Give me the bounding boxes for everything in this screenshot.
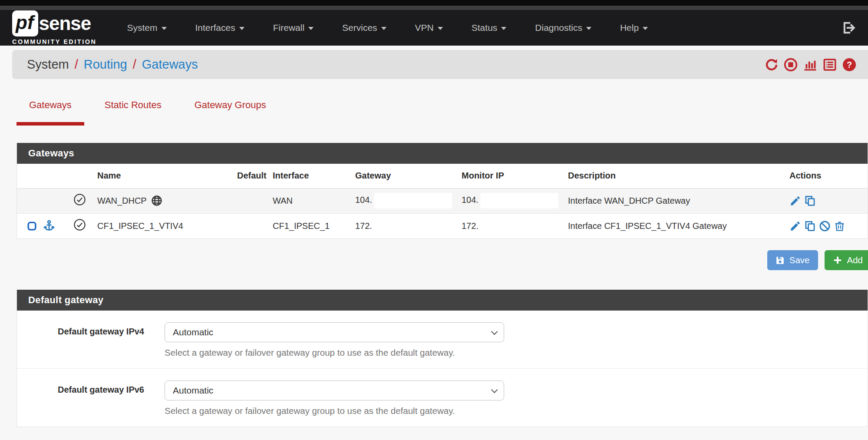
check-circle-icon [73,193,86,206]
gateway-default [234,213,269,238]
col-actions: Actions [786,164,868,188]
table-row: CF1_IPSEC_1_VTIV4 CF1_IPSEC_1 172. 172. … [17,213,868,238]
trash-icon[interactable] [834,220,845,232]
default-gateway-ipv4-select[interactable]: Automatic [165,322,504,342]
check-circle-icon [73,218,86,231]
pfsense-logo[interactable]: pf sense COMMUNITY EDITION [12,10,96,45]
default-gateway-ipv4-help: Select a gateway or failover gateway gro… [165,347,504,358]
add-button[interactable]: Add [825,250,868,270]
sign-out-icon[interactable] [841,20,856,35]
top-navbar: pf sense COMMUNITY EDITION System Interf… [0,10,868,46]
nav-item-interfaces[interactable]: Interfaces [195,23,244,33]
breadcrumb-separator: / [75,57,78,72]
edit-pencil-icon[interactable] [789,220,801,232]
chevron-down-icon [239,27,244,30]
logo-sense-text: sense [39,13,91,34]
nav-item-firewall[interactable]: Firewall [273,23,314,33]
table-header-row: Name Default Interface Gateway Monitor I… [17,164,868,188]
gateways-table: Name Default Interface Gateway Monitor I… [17,164,868,238]
tab-gateway-groups[interactable]: Gateway Groups [182,99,279,126]
plus-icon [833,255,842,265]
chevron-down-icon [381,27,386,30]
chevron-down-icon [501,27,506,30]
gateway-description: Interface WAN_DHCP Gateway [564,188,786,213]
nav-item-help[interactable]: Help [620,23,648,33]
nav-item-vpn[interactable]: VPN [415,23,443,33]
gateway-default [234,188,269,213]
breadcrumb-bar: System / Routing / Gateways ? [12,50,868,79]
col-name: Name [94,164,234,188]
floppy-icon [776,256,785,265]
save-button[interactable]: Save [767,250,818,270]
refresh-icon[interactable] [765,58,779,72]
table-button-row: Save Add [17,250,868,270]
gateway-address: 172. [352,213,458,238]
default-gateway-panel: Default gateway Default gateway IPv4 Aut… [17,290,868,427]
redacted-value [374,193,452,208]
default-gateway-ipv4-row: Default gateway IPv4 Automatic Select a … [17,311,868,368]
col-interface: Interface [269,164,352,188]
gateway-address: 104. [355,195,372,205]
col-description: Description [564,164,786,188]
col-gateway: Gateway [352,164,458,188]
tab-static-routes[interactable]: Static Routes [92,99,174,126]
tab-gateways[interactable]: Gateways [17,99,84,126]
chevron-down-icon [162,27,167,30]
globe-icon [151,195,162,206]
nav-item-system[interactable]: System [127,23,166,33]
copy-icon[interactable] [804,195,816,207]
chevron-down-icon [491,328,498,335]
log-icon[interactable] [822,57,837,72]
gateway-interface: CF1_IPSEC_1 [269,213,352,238]
default-gateway-ipv6-label: Default gateway IPv6 [17,380,165,416]
anchor-icon[interactable] [43,219,56,232]
selected-value: Automatic [173,385,213,396]
selected-value: Automatic [173,327,213,337]
gateway-interface: WAN [269,188,352,213]
logo-subtitle: COMMUNITY EDITION [12,38,96,45]
window-title-strip [0,6,868,10]
default-gateway-ipv6-row: Default gateway IPv6 Automatic Select a … [17,368,868,427]
chevron-down-icon [438,27,443,30]
gateway-description: Interface CF1_IPSEC_1_VTIV4 Gateway [564,213,786,238]
gateway-name: WAN_DHCP [97,196,147,206]
breadcrumb: System / Routing / Gateways [27,57,198,72]
window-top-strip [0,0,868,6]
default-gateway-panel-title: Default gateway [17,290,868,311]
default-gateway-ipv4-label: Default gateway IPv4 [17,322,165,358]
help-icon[interactable]: ? [842,57,857,72]
col-default: Default [234,164,269,188]
redacted-value [480,193,558,208]
breadcrumb-routing-link[interactable]: Routing [84,57,127,72]
default-gateway-ipv6-help: Select a gateway or failover gateway gro… [165,406,504,416]
nav-item-diagnostics[interactable]: Diagnostics [535,23,591,33]
edit-pencil-icon[interactable] [789,195,801,207]
table-row: WAN_DHCP WAN 104. 104. Interface WAN_DHC… [17,188,868,213]
nav-item-services[interactable]: Services [342,23,386,33]
breadcrumb-gateways-link[interactable]: Gateways [142,57,198,72]
logo-pf-mark: pf [12,10,38,36]
chevron-down-icon [308,27,314,30]
stop-icon[interactable] [783,57,798,72]
gateways-panel-title: Gateways [17,143,868,164]
copy-icon[interactable] [804,220,816,232]
chart-bar-icon[interactable] [803,57,818,72]
col-monitor-ip: Monitor IP [458,164,564,188]
square-outline-icon[interactable] [26,221,37,232]
gateway-name: CF1_IPSEC_1_VTIV4 [94,213,234,238]
nav-item-status[interactable]: Status [472,23,507,33]
nav-menu: System Interfaces Firewall Services VPN … [127,23,841,33]
gateways-panel: Gateways Name Default Interface Gateway … [17,143,868,239]
monitor-ip: 104. [462,195,479,205]
chevron-down-icon [586,27,591,30]
default-gateway-ipv6-select[interactable]: Automatic [165,380,504,400]
breadcrumb-separator: / [133,57,136,72]
monitor-ip: 172. [458,213,564,238]
chevron-down-icon [643,27,648,30]
breadcrumb-system: System [27,57,69,72]
ban-icon[interactable] [819,220,831,232]
routing-tabs: Gateways Static Routes Gateway Groups [17,99,868,126]
svg-text:?: ? [847,60,852,69]
chevron-down-icon [491,386,498,393]
